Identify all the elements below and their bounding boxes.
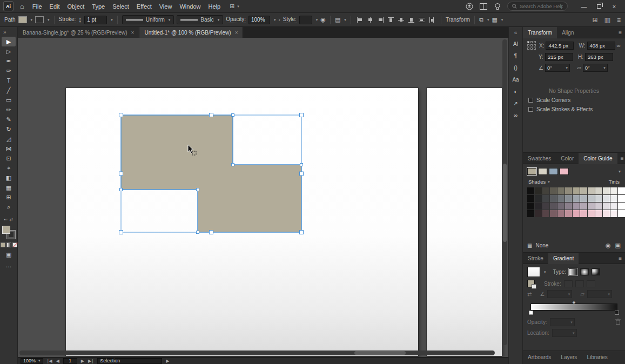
menu-type[interactable]: Type [88, 0, 109, 13]
edit-colors-icon[interactable]: ◉ [606, 242, 611, 249]
align-center-v-icon[interactable] [398, 17, 405, 23]
reference-point-dot[interactable] [527, 48, 529, 50]
reference-point-dot[interactable] [534, 44, 536, 46]
color-variation-swatch[interactable] [610, 195, 617, 202]
reference-point-dot[interactable] [530, 41, 533, 43]
reference-point-dot[interactable] [530, 44, 533, 46]
harmony-color-swatch[interactable] [527, 168, 536, 175]
vertical-scrollbar[interactable] [502, 39, 507, 345]
help-search-box[interactable] [507, 2, 568, 11]
illustrator-app-icon[interactable]: Ai [3, 1, 14, 11]
brush-definition-dropdown[interactable]: Basic ▾ [177, 15, 223, 24]
color-variation-swatch[interactable] [542, 210, 549, 217]
last-artboard-icon[interactable]: ▶∣ [88, 359, 93, 363]
reference-point-dot[interactable] [530, 48, 533, 50]
recolor-artwork-icon[interactable]: ◉ [320, 16, 326, 23]
color-variation-swatch[interactable] [550, 195, 557, 202]
color-variation-swatch[interactable] [610, 210, 617, 217]
previous-artboard-icon[interactable]: ◀ [56, 359, 59, 363]
color-variation-swatch[interactable] [557, 203, 564, 210]
distribute-v-icon[interactable] [418, 17, 425, 23]
align-left-icon[interactable] [357, 17, 364, 23]
menu-file[interactable]: File [29, 0, 46, 13]
color-variation-swatch[interactable] [573, 187, 580, 194]
color-variation-swatch[interactable] [595, 210, 602, 217]
curvature-tool[interactable]: ✑ [2, 66, 16, 76]
rectangle-tool[interactable]: ▭ [2, 95, 16, 105]
color-variation-swatch[interactable] [565, 210, 572, 217]
color-variation-swatch[interactable] [542, 187, 549, 194]
gradient-stop-start[interactable] [529, 311, 533, 315]
fill-stroke-indicator[interactable] [2, 226, 15, 239]
stroke-weight-stepper[interactable]: ▲▼ [78, 17, 82, 23]
home-icon[interactable]: ⌂ [17, 2, 28, 10]
align-center-h-icon[interactable] [367, 17, 374, 23]
gradient-midpoint-icon[interactable]: ◆ [573, 300, 575, 305]
color-variation-swatch[interactable] [580, 195, 587, 202]
color-variation-swatch[interactable] [535, 187, 542, 194]
artboard-2[interactable] [427, 88, 502, 356]
canvas-viewport[interactable] [18, 38, 508, 357]
x-field[interactable]: 442.5 px [546, 42, 574, 50]
menu-view[interactable]: View [156, 0, 176, 13]
harmony-color-swatch[interactable] [560, 168, 569, 175]
paragraph-panel-icon[interactable]: ¶ [509, 50, 522, 62]
first-artboard-icon[interactable]: ∣◀ [47, 359, 52, 363]
scale-corners-option[interactable]: Scale Corners [528, 97, 620, 103]
color-variation-swatch[interactable] [565, 195, 572, 202]
chevron-down-icon[interactable]: ▾ [274, 18, 276, 22]
draw-mode-button[interactable]: ▣ [6, 251, 11, 258]
color-variation-swatch[interactable] [603, 210, 610, 217]
distribute-h-icon[interactable] [428, 17, 435, 23]
pen-tool[interactable]: ✒ [2, 56, 16, 66]
reverse-gradient-icon[interactable]: ⇄ [527, 291, 532, 297]
glyphs-panel-icon[interactable]: Aa [509, 73, 522, 85]
panel-tab-libraries[interactable]: Libraries [582, 351, 612, 364]
color-variation-swatch[interactable] [557, 195, 564, 202]
selection-tool[interactable]: ▶ [2, 37, 16, 46]
grid-view-icon[interactable]: ⊞ [593, 16, 598, 24]
chevron-down-icon[interactable]: ▾ [544, 270, 546, 274]
color-variation-swatch[interactable] [542, 195, 549, 202]
align-bottom-icon[interactable] [408, 17, 415, 23]
shaper-tool[interactable]: ✎ [2, 114, 16, 124]
links-panel-icon[interactable]: ∞ [509, 109, 522, 121]
chevron-down-icon[interactable]: ▾ [501, 18, 503, 22]
color-variation-swatch[interactable] [573, 210, 580, 217]
export-panel-icon[interactable]: ↗ [509, 97, 522, 109]
harmony-color-swatch[interactable] [538, 168, 547, 175]
freeform-gradient-icon[interactable] [592, 268, 600, 275]
color-variation-swatch[interactable] [542, 203, 549, 210]
swap-fill-stroke-icon[interactable]: ⇄ [9, 217, 13, 222]
chevron-down-icon[interactable]: ▾ [111, 18, 113, 22]
menu-select[interactable]: Select [109, 0, 133, 13]
transform-tab-transform[interactable]: Transform [523, 27, 557, 38]
arrange-icon[interactable]: ⧉ [479, 16, 483, 23]
color-variation-swatch[interactable] [573, 195, 580, 202]
color-variation-swatch[interactable] [603, 195, 610, 202]
shades-label[interactable]: Shades [528, 179, 546, 185]
gradient-tab-gradient[interactable]: Gradient [548, 253, 579, 264]
direct-selection-tool[interactable]: ▷ [2, 46, 16, 56]
chevron-down-icon[interactable]: ▾ [344, 18, 346, 22]
style-panel-link[interactable]: Style: [283, 16, 297, 23]
opacity-panel-link[interactable]: Opacity: [226, 16, 246, 23]
color-tab-color-guide[interactable]: Color Guide [579, 153, 617, 164]
tab-close-icon[interactable]: × [131, 30, 135, 36]
stroke-color-swatch[interactable] [35, 16, 44, 23]
minimize-button[interactable]: — [576, 0, 592, 13]
next-artboard-icon[interactable]: ▶ [81, 359, 84, 363]
mesh-tool[interactable]: ▦ [2, 183, 16, 192]
close-button[interactable]: × [607, 0, 622, 13]
color-tab-color[interactable]: Color [556, 153, 579, 164]
rotate-angle-dropdown[interactable]: 0°▾ [545, 64, 570, 72]
toolbar-expand-button[interactable]: » [0, 27, 17, 37]
shape-modes-icon[interactable]: ▦ [492, 16, 497, 23]
panel-tab-artboards[interactable]: Artboards [523, 351, 556, 364]
color-variation-swatch[interactable] [550, 203, 557, 210]
scale-tool[interactable]: ◿ [2, 134, 16, 144]
width-tool[interactable]: ⋈ [2, 144, 16, 153]
paintbrush-tool[interactable]: ✏ [2, 105, 16, 114]
color-variation-swatch[interactable] [580, 210, 587, 217]
horizontal-scrollbar[interactable] [19, 350, 495, 355]
